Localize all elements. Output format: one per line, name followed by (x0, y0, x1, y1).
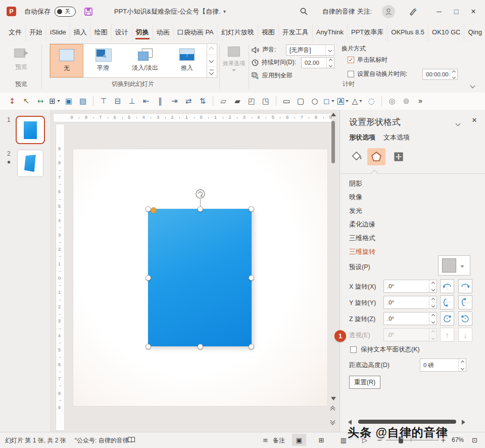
select-object-button[interactable]: ↖ (19, 95, 33, 108)
panel-section-2[interactable]: 映像 (349, 190, 480, 204)
rotation-z-spinbox[interactable]: .0° (383, 312, 437, 325)
send-backward-button[interactable]: ▰ (230, 95, 245, 108)
rotation-y-spinbox[interactable]: .0° (383, 296, 437, 309)
sound-dropdown[interactable]: [无声音] (286, 44, 334, 56)
normal-view-button[interactable]: ▣ (292, 434, 306, 446)
ribbon-tab-9[interactable]: 口袋动画 PA (174, 23, 218, 41)
resize-handle-bottom-center[interactable] (198, 344, 203, 349)
rotation-handle[interactable] (195, 189, 206, 199)
rotate-y-up-button[interactable] (458, 295, 472, 309)
merge-shapes-combine-button[interactable]: ⊚ (399, 95, 413, 108)
fill-and-line-button[interactable] (348, 148, 366, 165)
preset-dropdown[interactable] (438, 255, 470, 276)
resize-handle-bottom-right[interactable] (249, 344, 254, 349)
ribbon-tab-15[interactable]: OKPlus 8.5 (387, 23, 428, 41)
auto-advance-spinbox[interactable]: 00:00.00 (422, 69, 458, 80)
smart-align-button[interactable]: ↔ (33, 95, 47, 108)
vertical-scrollbar-thumb[interactable] (331, 121, 335, 163)
merge-shapes-union-button[interactable]: ◎ (385, 95, 399, 108)
horizontal-scrollbar-thumb[interactable] (358, 420, 456, 424)
bring-to-front-button[interactable]: ◰ (245, 95, 259, 108)
save-icon[interactable] (84, 7, 93, 16)
minimize-button[interactable]: ─ (430, 4, 448, 20)
panel-section-5[interactable]: 三维格式 (349, 231, 480, 245)
fit-height-button[interactable]: ↕ (5, 95, 19, 108)
notes-button[interactable]: 备注 (273, 436, 285, 445)
maximize-button[interactable]: □ (448, 4, 465, 20)
slide-thumbnail-2[interactable] (17, 150, 43, 177)
transition-morph[interactable]: 平滑 (83, 44, 123, 77)
scroll-left-arrow[interactable] (348, 420, 352, 425)
resize-handle-middle-left[interactable] (146, 275, 151, 281)
align-top-button[interactable]: ⊤ (96, 95, 111, 108)
slide-sorter-view-button[interactable]: ⊞ (314, 434, 328, 446)
spinner-arrows[interactable] (429, 312, 437, 325)
send-to-back-button[interactable]: ◳ (259, 95, 273, 108)
on-click-option[interactable]: ✓ 单击鼠标时 (348, 56, 387, 64)
resize-handle-middle-right[interactable] (249, 275, 254, 281)
gallery-scroll-up-button[interactable] (207, 44, 216, 55)
align-left-button[interactable]: ⇤ (139, 95, 153, 108)
ribbon-tab-8[interactable]: 动画 (153, 23, 174, 41)
ribbon-tab-4[interactable]: 插入 (70, 23, 91, 41)
previous-slide-button[interactable] (331, 408, 334, 412)
ellipse-shape-button[interactable]: ○ (308, 95, 322, 108)
scroll-up-arrow[interactable] (331, 113, 336, 116)
spinner-arrows[interactable] (429, 280, 437, 292)
distribute-horizontal-button[interactable]: ⇄ (181, 95, 196, 108)
preview-button[interactable]: 预览 (9, 44, 33, 75)
ribbon-tab-10[interactable]: 幻灯片放映 (218, 23, 258, 41)
size-properties-button[interactable] (390, 148, 408, 165)
rounded-rectangle-shape-button[interactable]: ▢ (294, 95, 308, 108)
resize-handle-top-right[interactable] (249, 206, 254, 212)
ribbon-tab-12[interactable]: 开发工具 (279, 23, 313, 41)
align-bottom-button[interactable]: ⊥ (125, 95, 139, 108)
scroll-right-arrow[interactable] (462, 420, 465, 425)
apply-to-all-button[interactable]: 应用到全部 (252, 71, 293, 80)
next-slide-button[interactable] (331, 420, 334, 424)
title-dropdown-caret-icon[interactable]: ▾ (223, 9, 226, 14)
slide-master-button[interactable]: ▣ (62, 95, 76, 108)
rotate-x-right-button[interactable] (458, 279, 472, 293)
transition-fade[interactable]: 淡入/淡出 (123, 44, 167, 77)
rotate-y-down-button[interactable] (440, 295, 454, 309)
collapse-ribbon-button[interactable] (468, 82, 477, 89)
transition-push[interactable]: ↑ 推入 (167, 44, 207, 77)
tab-shape-options[interactable]: 形状选项 (349, 133, 375, 142)
align-right-button[interactable]: ⇥ (167, 95, 181, 108)
close-panel-button[interactable]: × (472, 115, 477, 125)
close-button[interactable]: × (465, 4, 482, 20)
auto-advance-checkbox[interactable] (348, 71, 354, 77)
lasso-select-button[interactable]: ◌ (364, 95, 378, 108)
resize-handle-top-center[interactable] (198, 206, 203, 212)
ribbon-tab-7[interactable]: 切换 (132, 23, 153, 41)
rotation-x-spinbox[interactable]: .0° (383, 280, 437, 293)
align-center-button[interactable]: ‖ (153, 95, 167, 108)
distance-spinbox[interactable]: 0 磅 (420, 359, 466, 372)
panel-section-4[interactable]: 柔化边缘 (349, 217, 480, 231)
panel-section-3[interactable]: 发光 (349, 204, 480, 217)
scroll-down-arrow[interactable] (331, 397, 336, 400)
duration-spinbox[interactable]: 02.00 (301, 57, 334, 68)
pen-tools-icon[interactable] (408, 7, 417, 16)
rotate-z-ccw-button[interactable] (440, 311, 454, 326)
gallery-expand-button[interactable] (207, 67, 216, 77)
gallery-scroll-down-button[interactable] (207, 55, 216, 66)
toolbar-overflow-button[interactable]: » (413, 95, 427, 108)
spinner-arrows[interactable] (429, 296, 437, 308)
layout-options-button[interactable]: ⊞ (47, 95, 62, 108)
rotate-x-left-button[interactable] (440, 279, 454, 293)
rotate-z-cw-button[interactable] (458, 311, 472, 326)
on-click-checkbox[interactable]: ✓ (348, 57, 354, 63)
keep-text-flat-checkbox[interactable] (350, 346, 357, 353)
format-painter-button[interactable]: ▨ (76, 95, 90, 108)
dropdown-caret-icon[interactable] (460, 262, 464, 269)
ribbon-tab-2[interactable]: 开始 (26, 23, 46, 41)
align-middle-button[interactable]: ⊟ (111, 95, 125, 108)
auto-advance-option[interactable]: 设置自动换片时间: (348, 70, 407, 78)
ribbon-tab-1[interactable]: 文件 (5, 23, 26, 41)
avatar[interactable] (382, 5, 395, 18)
autosave-toggle[interactable]: 关 (55, 7, 76, 17)
slide-thumbnail-1[interactable] (16, 116, 45, 144)
distribute-vertical-button[interactable]: ⇅ (196, 95, 210, 108)
